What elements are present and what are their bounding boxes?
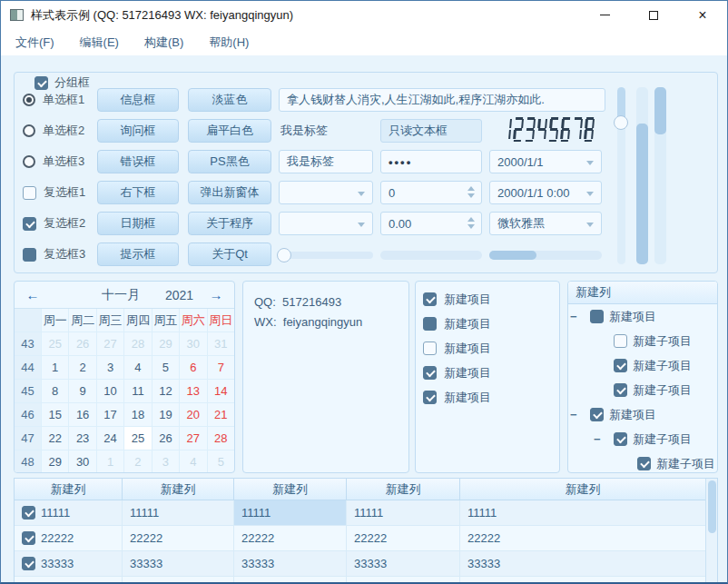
empty-combo-1[interactable]	[279, 181, 373, 204]
radio-button[interactable]	[23, 94, 35, 106]
calendar-month-label[interactable]: 十一月	[102, 287, 140, 303]
push-button[interactable]: 关于程序	[188, 212, 271, 235]
calendar-day-cell[interactable]: 28	[208, 427, 234, 450]
checkbox[interactable]	[23, 217, 36, 231]
calendar-day-cell[interactable]: 26	[152, 427, 180, 450]
checkbox[interactable]	[590, 310, 604, 323]
tree-item[interactable]: −新建项目	[568, 304, 717, 329]
calendar-day-cell[interactable]: 11	[124, 380, 152, 403]
checkbox[interactable]	[614, 432, 627, 446]
calendar-next-icon[interactable]: →	[198, 287, 234, 302]
calendar-day-cell[interactable]: 8	[42, 380, 69, 403]
checkbox[interactable]	[23, 186, 36, 200]
checkbox[interactable]	[23, 248, 36, 262]
calendar-day-cell[interactable]: 9	[69, 380, 96, 403]
table-column-header[interactable]: 新建列	[460, 479, 706, 500]
tree-header[interactable]: 新建列	[568, 282, 717, 304]
list-item[interactable]: 新建项目	[416, 361, 559, 385]
date-combo[interactable]: 2000/1/1	[489, 150, 602, 173]
int-spinbox[interactable]: 0	[380, 181, 482, 204]
collapse-icon[interactable]: −	[570, 408, 585, 421]
push-button[interactable]: 关于Qt	[188, 243, 271, 266]
table-cell[interactable]: 22222	[15, 526, 123, 551]
calendar-day-cell[interactable]: 6	[180, 356, 207, 380]
calendar-day-cell[interactable]: 12	[152, 380, 180, 403]
calendar-day-cell[interactable]: 20	[180, 403, 207, 427]
table-cell[interactable]: 22222	[234, 526, 347, 551]
table-cell[interactable]: 44444	[234, 577, 347, 584]
table-cell[interactable]: 33333	[347, 551, 460, 577]
push-button[interactable]: 错误框	[97, 150, 179, 173]
collapse-icon[interactable]: −	[570, 310, 585, 323]
calendar-day-cell[interactable]: 1	[42, 356, 69, 380]
table-cell[interactable]: 44444	[460, 577, 706, 584]
calendar-day-cell[interactable]: 22	[42, 427, 69, 450]
tree-item[interactable]: 新建子项目	[568, 378, 717, 402]
calendar-day-cell[interactable]: 3	[97, 356, 124, 380]
table-cell[interactable]: 44444	[15, 577, 123, 584]
table-cell[interactable]: 44444	[123, 577, 234, 584]
vertical-scrollbar-handle[interactable]	[654, 87, 666, 134]
calendar-day-cell[interactable]: 26	[69, 332, 96, 356]
collapse-icon[interactable]: −	[594, 432, 608, 446]
push-button[interactable]: 日期框	[97, 212, 179, 235]
table-cell[interactable]: 44444	[347, 577, 460, 584]
calendar-day-cell[interactable]: 30	[69, 450, 96, 473]
calendar-day-cell[interactable]: 5	[152, 356, 180, 380]
spin-up-icon[interactable]	[467, 186, 475, 191]
calendar-day-cell[interactable]: 7	[208, 356, 234, 380]
table-cell[interactable]: 33333	[123, 551, 234, 577]
calendar-day-cell[interactable]: 16	[69, 403, 96, 427]
calendar-day-cell[interactable]: 3	[152, 450, 180, 473]
list-item[interactable]: 新建项目	[416, 287, 559, 312]
checkbox[interactable]	[637, 457, 651, 470]
menu-item-4[interactable]: 帮助(H)	[196, 35, 261, 51]
tree-item[interactable]: 新建子项目	[568, 329, 717, 353]
table-cell[interactable]: 11111	[234, 500, 347, 526]
horizontal-slider-handle[interactable]	[277, 248, 291, 262]
calendar-day-cell[interactable]: 10	[97, 380, 124, 403]
calendar-day-cell[interactable]: 18	[124, 403, 152, 427]
table-cell[interactable]: 33333	[460, 551, 706, 577]
calendar-day-cell[interactable]: 28	[124, 332, 152, 356]
text-edit[interactable]: QQ: 517216493 WX: feiyangqingyun	[242, 281, 409, 473]
checkbox[interactable]	[22, 557, 35, 570]
calendar-day-cell[interactable]: 21	[208, 403, 234, 427]
table-cell[interactable]: 33333	[15, 551, 123, 577]
menu-item-1[interactable]: 文件(F)	[3, 35, 67, 51]
datetime-combo[interactable]: 2000/1/1 0:00	[489, 181, 602, 204]
table-column-header[interactable]: 新建列	[234, 479, 347, 500]
checkbox[interactable]	[614, 334, 627, 348]
table-column-header[interactable]: 新建列	[123, 479, 234, 500]
readonly-input[interactable]: 只读文本框	[380, 119, 482, 143]
calendar-prev-icon[interactable]: ←	[15, 287, 51, 302]
list-item[interactable]: 新建项目	[416, 312, 559, 336]
list-item[interactable]: 新建项目	[416, 385, 559, 410]
table-cell[interactable]: 11111	[347, 500, 460, 526]
motto-input[interactable]: 拿人钱财替人消灾,人生江湖如此,程序江湖亦如此.	[279, 88, 605, 112]
password-input[interactable]: ••••	[380, 150, 482, 173]
table-cell[interactable]: 11111	[15, 500, 123, 526]
calendar-day-cell[interactable]: 14	[208, 380, 234, 403]
menu-item-2[interactable]: 编辑(E)	[67, 35, 132, 51]
push-button[interactable]: 询问框	[97, 119, 179, 143]
maximize-button[interactable]	[629, 1, 678, 29]
table-cell[interactable]: 22222	[347, 526, 460, 551]
horizontal-scrollbar-handle[interactable]	[489, 251, 536, 260]
spin-up-icon[interactable]	[467, 217, 475, 222]
calendar-day-cell[interactable]: 30	[180, 332, 207, 356]
calendar-day-cell[interactable]: 17	[97, 403, 124, 427]
push-button[interactable]: 信息框	[97, 88, 179, 112]
calendar-day-cell[interactable]: 4	[124, 356, 152, 380]
table-column-header[interactable]: 新建列	[15, 479, 123, 500]
spin-down-icon[interactable]	[467, 224, 475, 229]
tree-item[interactable]: −新建项目	[568, 402, 717, 427]
checkbox[interactable]	[423, 292, 437, 306]
calendar-day-cell[interactable]: 19	[152, 403, 180, 427]
table-cell[interactable]: 11111	[123, 500, 234, 526]
calendar-day-cell[interactable]: 5	[208, 450, 234, 473]
horizontal-slider-track[interactable]	[279, 252, 373, 259]
push-button[interactable]: PS黑色	[188, 150, 271, 173]
calendar-day-cell[interactable]: 2	[124, 450, 152, 473]
calendar-day-cell[interactable]: 29	[152, 332, 180, 356]
